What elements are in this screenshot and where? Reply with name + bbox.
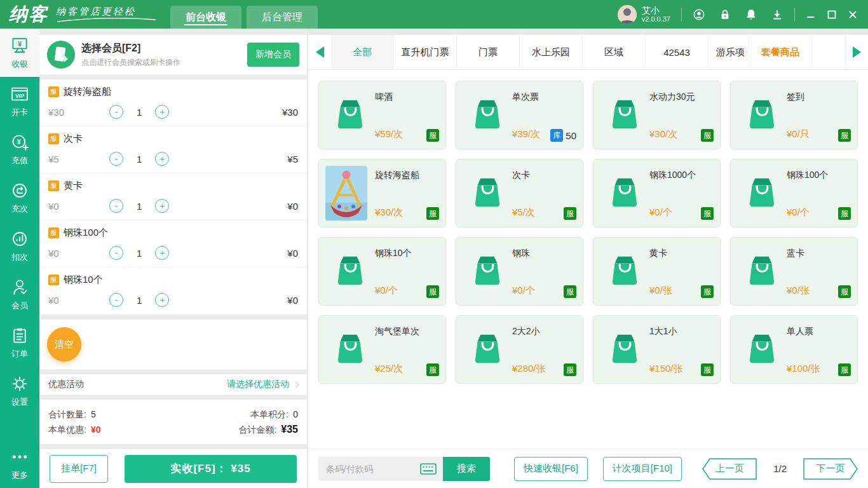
download-icon[interactable] (771, 8, 783, 21)
sidebar-item-member[interactable]: 会员 (0, 270, 39, 318)
checkout-row: 挂单[F7] 实收[F5]： ¥35 (39, 449, 307, 488)
decrease-qty-button[interactable]: - (109, 246, 123, 260)
service-badge: 服 (48, 133, 59, 144)
category-tab-6[interactable]: 游乐项 (709, 35, 749, 69)
app-slogan: 纳客管店更轻松 (56, 6, 158, 18)
product-card[interactable]: 2大2小 ¥280/张 服 (456, 315, 583, 384)
sidebar-item-orders[interactable]: 订单 (0, 318, 39, 367)
decrease-qty-button[interactable]: - (109, 105, 123, 119)
decrease-qty-button[interactable]: - (109, 152, 123, 166)
product-price: ¥30/次 (649, 128, 677, 140)
maximize-button[interactable] (827, 10, 837, 20)
product-badges: 服 (426, 129, 439, 142)
customer-service-icon[interactable] (693, 8, 705, 21)
order-points-value: 0 (293, 409, 298, 419)
product-price: ¥0/个 (375, 285, 398, 297)
sidebar-item-deduct-times[interactable]: 扣次 (0, 222, 39, 270)
product-card[interactable]: 单人票 ¥100/张 服 (730, 315, 858, 384)
cart-item-header: 服 钢珠100个 (48, 227, 298, 239)
product-name: 钢珠1000个 (649, 170, 696, 181)
increase-qty-button[interactable]: + (155, 105, 169, 119)
cart-item: 服 钢珠10个 ¥0 - 1 + ¥0 (39, 268, 307, 315)
nav-tab-1[interactable]: 后台管理 (247, 6, 318, 29)
product-card[interactable]: 单次票 ¥39/次 库50 (456, 81, 583, 149)
category-scroll-right-button[interactable] (845, 35, 868, 69)
member-icon (10, 278, 29, 297)
minimize-button[interactable] (806, 10, 816, 20)
bell-icon[interactable] (745, 8, 757, 21)
increase-qty-button[interactable]: + (155, 246, 169, 260)
product-card[interactable]: 黄卡 ¥0/张 服 (593, 237, 721, 306)
category-tab-3[interactable]: 水上乐园 (520, 35, 583, 69)
quick-cashier-button[interactable]: 快速收银[F6] (514, 457, 588, 481)
clear-cart-button[interactable]: 清空 (47, 327, 81, 362)
member-select-bar[interactable]: 选择会员[F2] 点击进行会员搜索或刷卡操作 新增会员 (39, 35, 307, 74)
category-tab-4[interactable]: 区域 (583, 35, 646, 69)
sidebar-item-more[interactable]: 更多 (0, 440, 39, 488)
search-button[interactable]: 搜索 (443, 457, 490, 481)
cart-item-controls: ¥5 - 1 + ¥5 (48, 152, 298, 166)
product-card[interactable]: 签到 ¥0/只 服 (730, 81, 858, 149)
increase-qty-button[interactable]: + (155, 152, 169, 166)
increase-qty-button[interactable]: + (155, 293, 169, 307)
cart-item-amount: ¥0 (287, 248, 298, 259)
product-name: 签到 (787, 92, 804, 103)
product-badges: 服 (701, 207, 714, 220)
add-member-button[interactable]: 新增会员 (247, 43, 299, 67)
sidebar-item-cashier[interactable]: ¥ 收银 (0, 29, 39, 77)
product-badges: 服 (564, 285, 576, 298)
product-card[interactable]: 钢珠10个 ¥0/个 服 (318, 237, 446, 306)
sidebar-item-recharge[interactable]: ¥ 充值 (0, 125, 39, 173)
category-tab-7[interactable]: 套餐商品 (749, 35, 812, 69)
promo-select-link[interactable]: 请选择优惠活动 (227, 379, 298, 390)
product-card[interactable]: 啤酒 ¥59/次 服 (318, 81, 446, 149)
category-tab-5[interactable]: 42543 (646, 35, 709, 69)
product-card[interactable]: 蓝卡 ¥0/张 服 (730, 237, 858, 306)
cart-item-qty: 1 (137, 295, 142, 306)
cart-item-name: 次卡 (64, 133, 83, 145)
promo-row[interactable]: 优惠活动 请选择优惠活动 (39, 374, 307, 395)
service-badge: 服 (838, 207, 851, 220)
deduct-times-icon (10, 229, 29, 248)
next-page-button[interactable]: 下一页 (803, 458, 858, 480)
product-card[interactable]: 水动力30元 ¥30/次 服 (593, 81, 721, 149)
order-points-label: 本单积分: (250, 409, 288, 421)
sidebar-item-recharge-times[interactable]: 充次 (0, 173, 39, 222)
product-card[interactable]: 钢珠100个 ¥0/个 服 (730, 159, 858, 227)
slogan-underline (56, 18, 158, 23)
product-card[interactable]: 1大1小 ¥150/张 服 (593, 315, 721, 384)
close-button[interactable] (848, 10, 858, 20)
barcode-input[interactable] (326, 464, 407, 474)
titlebar-divider (794, 8, 795, 22)
lock-icon[interactable] (719, 8, 731, 21)
product-name: 单次票 (512, 92, 539, 103)
product-card[interactable]: 钢珠1000个 ¥0/个 服 (593, 159, 721, 227)
category-scroll-left-button[interactable] (308, 35, 331, 69)
hold-order-button[interactable]: 挂单[F7] (50, 455, 108, 483)
prev-page-button[interactable]: 上一页 (702, 458, 757, 480)
keyboard-icon[interactable] (420, 463, 437, 475)
decrease-qty-button[interactable]: - (109, 199, 123, 213)
product-card[interactable]: 次卡 ¥5/次 服 (456, 159, 583, 227)
pay-button[interactable]: 实收[F5]： ¥35 (125, 455, 297, 483)
nav-tab-0[interactable]: 前台收银 (170, 6, 241, 29)
sidebar-item-label: 订单 (11, 348, 28, 360)
product-card[interactable]: 淘气堡单次 ¥25/次 服 (318, 315, 446, 384)
category-tab-2[interactable]: 门票 (457, 35, 520, 69)
page-indicator: 1/2 (773, 463, 787, 474)
member-select-text: 选择会员[F2] 点击进行会员搜索或刷卡操作 (81, 42, 180, 68)
category-tab-1[interactable]: 直升机门票 (394, 35, 457, 69)
category-tab-0[interactable]: 全部 (331, 35, 394, 69)
increase-qty-button[interactable]: + (155, 199, 169, 213)
product-card[interactable]: 旋转海盗船 ¥30/次 服 (318, 159, 446, 227)
avatar[interactable] (618, 5, 637, 24)
sidebar-item-vip-card[interactable]: VIP 开卡 (0, 77, 39, 125)
svg-text:¥: ¥ (17, 138, 21, 146)
decrease-qty-button[interactable]: - (109, 293, 123, 307)
product-name: 2大2小 (512, 326, 540, 337)
count-item-button[interactable]: 计次项目[F10] (603, 457, 682, 481)
cart-item-controls: ¥0 - 1 + ¥0 (48, 246, 298, 260)
sidebar-item-settings[interactable]: 设置 (0, 367, 39, 415)
barcode-search-box (318, 457, 443, 481)
product-card[interactable]: 钢珠 ¥0/个 服 (456, 237, 583, 306)
